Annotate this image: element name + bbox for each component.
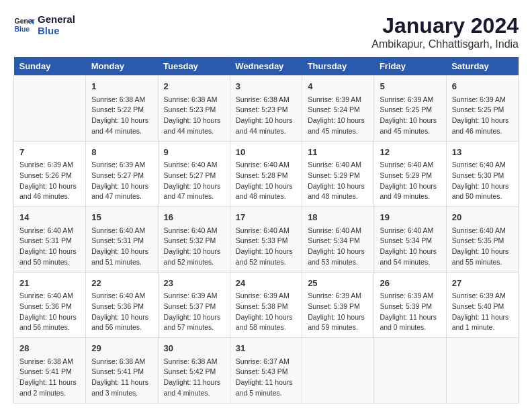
day-number: 2 bbox=[164, 80, 224, 93]
calendar-cell: 1Sunrise: 6:38 AM Sunset: 5:22 PM Daylig… bbox=[86, 76, 158, 142]
day-content: Sunrise: 6:40 AM Sunset: 5:35 PM Dayligh… bbox=[452, 226, 513, 268]
calendar-cell bbox=[302, 338, 374, 404]
day-number: 28 bbox=[19, 342, 80, 355]
day-number: 26 bbox=[380, 277, 440, 290]
calendar-cell: 22Sunrise: 6:40 AM Sunset: 5:36 PM Dayli… bbox=[86, 272, 158, 338]
logo: General Blue General Blue bbox=[13, 13, 75, 36]
calendar-cell: 13Sunrise: 6:40 AM Sunset: 5:30 PM Dayli… bbox=[446, 141, 518, 207]
day-content: Sunrise: 6:39 AM Sunset: 5:37 PM Dayligh… bbox=[164, 291, 224, 333]
day-number: 11 bbox=[308, 146, 368, 159]
calendar-cell: 20Sunrise: 6:40 AM Sunset: 5:35 PM Dayli… bbox=[446, 207, 518, 273]
day-content: Sunrise: 6:39 AM Sunset: 5:27 PM Dayligh… bbox=[91, 160, 152, 202]
day-content: Sunrise: 6:40 AM Sunset: 5:28 PM Dayligh… bbox=[236, 160, 296, 202]
day-number: 9 bbox=[164, 146, 224, 159]
day-number: 17 bbox=[236, 211, 296, 224]
calendar-cell: 7Sunrise: 6:39 AM Sunset: 5:26 PM Daylig… bbox=[14, 141, 86, 207]
day-number: 10 bbox=[236, 146, 296, 159]
logo-line2: Blue bbox=[38, 25, 75, 36]
day-content: Sunrise: 6:38 AM Sunset: 5:23 PM Dayligh… bbox=[236, 95, 296, 137]
day-content: Sunrise: 6:38 AM Sunset: 5:22 PM Dayligh… bbox=[91, 95, 152, 137]
day-number: 13 bbox=[452, 146, 513, 159]
day-content: Sunrise: 6:40 AM Sunset: 5:33 PM Dayligh… bbox=[236, 226, 296, 268]
day-number: 6 bbox=[452, 80, 513, 93]
week-row-5: 28Sunrise: 6:38 AM Sunset: 5:41 PM Dayli… bbox=[14, 338, 519, 404]
header-monday: Monday bbox=[86, 57, 158, 76]
day-content: Sunrise: 6:38 AM Sunset: 5:42 PM Dayligh… bbox=[164, 357, 224, 399]
day-number: 7 bbox=[19, 146, 80, 159]
logo-line1: General bbox=[38, 13, 75, 25]
day-number: 5 bbox=[380, 80, 440, 93]
day-content: Sunrise: 6:39 AM Sunset: 5:25 PM Dayligh… bbox=[452, 95, 513, 137]
calendar-cell: 5Sunrise: 6:39 AM Sunset: 5:25 PM Daylig… bbox=[374, 76, 446, 142]
calendar-cell: 28Sunrise: 6:38 AM Sunset: 5:41 PM Dayli… bbox=[14, 338, 86, 404]
week-row-2: 7Sunrise: 6:39 AM Sunset: 5:26 PM Daylig… bbox=[14, 141, 519, 207]
calendar-cell: 8Sunrise: 6:39 AM Sunset: 5:27 PM Daylig… bbox=[86, 141, 158, 207]
day-content: Sunrise: 6:40 AM Sunset: 5:34 PM Dayligh… bbox=[380, 226, 440, 268]
main-title: January 2024 bbox=[371, 13, 519, 38]
calendar-cell: 23Sunrise: 6:39 AM Sunset: 5:37 PM Dayli… bbox=[158, 272, 230, 338]
day-number: 30 bbox=[164, 342, 224, 355]
day-number: 12 bbox=[380, 146, 440, 159]
calendar-cell: 11Sunrise: 6:40 AM Sunset: 5:29 PM Dayli… bbox=[302, 141, 374, 207]
day-number: 25 bbox=[308, 277, 368, 290]
day-number: 3 bbox=[236, 80, 296, 93]
day-number: 22 bbox=[91, 277, 152, 290]
day-content: Sunrise: 6:40 AM Sunset: 5:32 PM Dayligh… bbox=[164, 226, 224, 268]
calendar-cell: 17Sunrise: 6:40 AM Sunset: 5:33 PM Dayli… bbox=[230, 207, 302, 273]
header-sunday: Sunday bbox=[14, 57, 86, 76]
header-friday: Friday bbox=[374, 57, 446, 76]
calendar-table: SundayMondayTuesdayWednesdayThursdayFrid… bbox=[13, 57, 519, 404]
day-content: Sunrise: 6:39 AM Sunset: 5:39 PM Dayligh… bbox=[380, 291, 440, 333]
calendar-cell: 19Sunrise: 6:40 AM Sunset: 5:34 PM Dayli… bbox=[374, 207, 446, 273]
day-content: Sunrise: 6:40 AM Sunset: 5:27 PM Dayligh… bbox=[164, 160, 224, 202]
day-number: 16 bbox=[164, 211, 224, 224]
day-content: Sunrise: 6:39 AM Sunset: 5:24 PM Dayligh… bbox=[308, 95, 368, 137]
day-content: Sunrise: 6:40 AM Sunset: 5:30 PM Dayligh… bbox=[452, 160, 513, 202]
header-saturday: Saturday bbox=[446, 57, 518, 76]
day-content: Sunrise: 6:38 AM Sunset: 5:23 PM Dayligh… bbox=[164, 95, 224, 137]
day-number: 1 bbox=[91, 80, 152, 93]
calendar-cell: 16Sunrise: 6:40 AM Sunset: 5:32 PM Dayli… bbox=[158, 207, 230, 273]
calendar-cell: 25Sunrise: 6:39 AM Sunset: 5:39 PM Dayli… bbox=[302, 272, 374, 338]
day-content: Sunrise: 6:39 AM Sunset: 5:40 PM Dayligh… bbox=[452, 291, 513, 333]
day-content: Sunrise: 6:40 AM Sunset: 5:36 PM Dayligh… bbox=[91, 291, 152, 333]
day-number: 20 bbox=[452, 211, 513, 224]
day-content: Sunrise: 6:39 AM Sunset: 5:38 PM Dayligh… bbox=[236, 291, 296, 333]
calendar-cell: 9Sunrise: 6:40 AM Sunset: 5:27 PM Daylig… bbox=[158, 141, 230, 207]
calendar-cell: 26Sunrise: 6:39 AM Sunset: 5:39 PM Dayli… bbox=[374, 272, 446, 338]
day-number: 23 bbox=[164, 277, 224, 290]
day-content: Sunrise: 6:38 AM Sunset: 5:41 PM Dayligh… bbox=[91, 357, 152, 399]
calendar-cell: 29Sunrise: 6:38 AM Sunset: 5:41 PM Dayli… bbox=[86, 338, 158, 404]
day-number: 24 bbox=[236, 277, 296, 290]
day-content: Sunrise: 6:40 AM Sunset: 5:29 PM Dayligh… bbox=[308, 160, 368, 202]
calendar-cell: 30Sunrise: 6:38 AM Sunset: 5:42 PM Dayli… bbox=[158, 338, 230, 404]
calendar-cell: 24Sunrise: 6:39 AM Sunset: 5:38 PM Dayli… bbox=[230, 272, 302, 338]
day-content: Sunrise: 6:39 AM Sunset: 5:39 PM Dayligh… bbox=[308, 291, 368, 333]
page-header: General Blue General Blue January 2024 A… bbox=[13, 13, 519, 50]
header-row: SundayMondayTuesdayWednesdayThursdayFrid… bbox=[14, 57, 519, 76]
day-number: 18 bbox=[308, 211, 368, 224]
calendar-cell: 14Sunrise: 6:40 AM Sunset: 5:31 PM Dayli… bbox=[14, 207, 86, 273]
header-tuesday: Tuesday bbox=[158, 57, 230, 76]
week-row-1: 1Sunrise: 6:38 AM Sunset: 5:22 PM Daylig… bbox=[14, 76, 519, 142]
week-row-3: 14Sunrise: 6:40 AM Sunset: 5:31 PM Dayli… bbox=[14, 207, 519, 273]
day-content: Sunrise: 6:37 AM Sunset: 5:43 PM Dayligh… bbox=[236, 357, 296, 399]
day-content: Sunrise: 6:40 AM Sunset: 5:29 PM Dayligh… bbox=[380, 160, 440, 202]
calendar-cell: 4Sunrise: 6:39 AM Sunset: 5:24 PM Daylig… bbox=[302, 76, 374, 142]
calendar-cell: 2Sunrise: 6:38 AM Sunset: 5:23 PM Daylig… bbox=[158, 76, 230, 142]
calendar-cell: 21Sunrise: 6:40 AM Sunset: 5:36 PM Dayli… bbox=[14, 272, 86, 338]
calendar-cell: 31Sunrise: 6:37 AM Sunset: 5:43 PM Dayli… bbox=[230, 338, 302, 404]
subtitle: Ambikapur, Chhattisgarh, India bbox=[371, 38, 519, 50]
calendar-cell: 3Sunrise: 6:38 AM Sunset: 5:23 PM Daylig… bbox=[230, 76, 302, 142]
title-block: January 2024 Ambikapur, Chhattisgarh, In… bbox=[371, 13, 519, 50]
logo-icon: General Blue bbox=[13, 14, 35, 36]
day-content: Sunrise: 6:40 AM Sunset: 5:36 PM Dayligh… bbox=[19, 291, 80, 333]
day-content: Sunrise: 6:40 AM Sunset: 5:34 PM Dayligh… bbox=[308, 226, 368, 268]
day-content: Sunrise: 6:38 AM Sunset: 5:41 PM Dayligh… bbox=[19, 357, 80, 399]
day-number: 4 bbox=[308, 80, 368, 93]
day-content: Sunrise: 6:39 AM Sunset: 5:25 PM Dayligh… bbox=[380, 95, 440, 137]
day-content: Sunrise: 6:39 AM Sunset: 5:26 PM Dayligh… bbox=[19, 160, 80, 202]
day-number: 14 bbox=[19, 211, 80, 224]
day-number: 29 bbox=[91, 342, 152, 355]
calendar-cell: 27Sunrise: 6:39 AM Sunset: 5:40 PM Dayli… bbox=[446, 272, 518, 338]
